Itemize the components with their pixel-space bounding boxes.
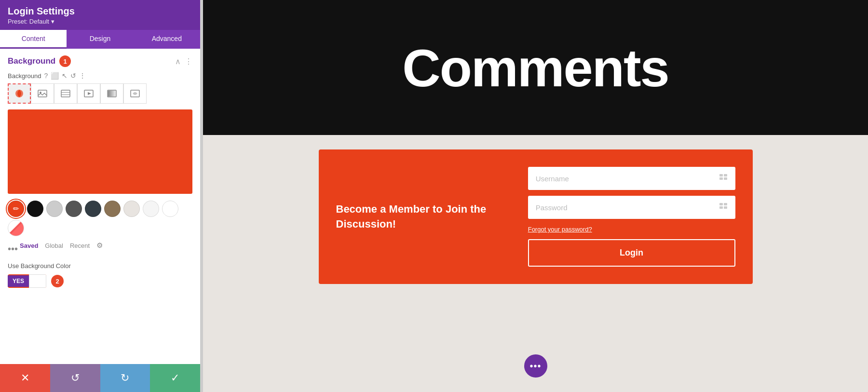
panel-header: Login Settings Preset: Default ▾ [0,0,200,30]
color-preview-box[interactable] [8,109,192,194]
toggle-box [29,274,46,288]
subsection-label-row: Background ? ⬜ ↖ ↺ ⋮ [8,72,192,80]
section-header: Background 1 ∧ ⋮ [8,55,192,67]
swatch-offwhite[interactable] [123,201,140,217]
left-panel: Login Settings Preset: Default ▾ Content… [0,0,200,392]
svg-marker-7 [88,92,91,95]
svg-rect-15 [719,203,723,205]
toggle-yes-label: YES [8,275,29,287]
section-menu-icon[interactable]: ⋮ [185,57,192,66]
redo-icon: ↻ [121,372,129,384]
use-bg-color-row: Use Background Color [8,262,192,270]
login-right: Username Password Forgot your password? [528,167,735,267]
bg-type-color-btn[interactable] [8,83,31,104]
comments-title: Comments [402,37,668,98]
bg-type-video-btn[interactable] [77,83,100,104]
swatch-strikethrough[interactable] [8,220,24,236]
redo-button[interactable]: ↻ [100,364,150,392]
username-icon [719,174,728,183]
panel-body: Background 1 ∧ ⋮ Background ? ⬜ ↖ ↺ ⋮ [0,49,200,364]
save-icon: ✓ [171,372,179,384]
svg-rect-3 [61,90,70,97]
color-picker-swatch[interactable]: ✏ [8,201,24,217]
bg-type-image-btn[interactable] [31,83,54,104]
collapse-icon[interactable]: ∧ [175,57,181,66]
comments-header: Comments [203,0,868,135]
swatch-darkgray[interactable] [66,201,82,217]
saved-tab-recent[interactable]: Recent [70,242,90,249]
swatch-darkblue[interactable] [85,201,101,217]
save-button[interactable]: ✓ [150,364,200,392]
bg-type-pattern-btn[interactable] [54,83,77,104]
swatch-nearwhite[interactable] [143,201,159,217]
use-bg-label: Use Background Color [8,262,71,270]
saved-settings-icon[interactable]: ⚙ [96,241,103,250]
saved-row: ••• Saved Global Recent ⚙ [8,241,192,257]
svg-rect-11 [719,174,723,176]
login-card: Become a Member to Join the Discussion! … [319,149,753,284]
device-icon[interactable]: ⬜ [51,72,59,80]
svg-rect-13 [719,177,723,180]
forgot-password-link[interactable]: Forgot your password? [528,226,592,233]
tab-design[interactable]: Design [67,30,133,49]
username-placeholder: Username [536,175,569,183]
forgot-password-row: Forgot your password? [528,225,735,233]
subsection-label: Background [8,72,41,80]
panel-tabs: Content Design Advanced [0,30,200,49]
svg-rect-17 [719,206,723,209]
tab-advanced[interactable]: Advanced [134,30,200,49]
svg-rect-1 [38,90,47,97]
cancel-icon: ✕ [21,372,29,384]
bg-type-buttons [8,83,192,104]
swatch-lightgray[interactable] [46,201,63,217]
use-bg-toggle[interactable]: YES [8,274,46,288]
saved-tab-saved[interactable]: Saved [20,242,38,249]
panel-footer: ✕ ↺ ↻ ✓ [0,364,200,392]
svg-rect-18 [724,206,727,209]
right-area: Comments Become a Member to Join the Dis… [203,0,868,392]
undo-icon: ↺ [71,372,80,384]
section-title: Background [8,56,55,66]
bg-type-gradient-btn[interactable] [100,83,123,104]
bg-type-row [8,83,192,104]
svg-rect-12 [724,174,727,176]
help-icon[interactable]: ? [44,72,48,80]
username-field[interactable]: Username [528,167,735,190]
section-badge: 1 [59,55,71,67]
swatch-brown[interactable] [104,201,121,217]
tab-content[interactable]: Content [0,30,67,49]
saved-tab-global[interactable]: Global [45,242,63,249]
section-badge-2: 2 [51,275,64,287]
undo-small-icon[interactable]: ↺ [70,72,76,80]
toggle-row: YES 2 [8,274,192,288]
password-placeholder: Password [536,203,568,212]
cancel-button[interactable]: ✕ [0,364,50,392]
cursor-icon[interactable]: ↖ [62,72,68,80]
more-dots[interactable]: ••• [8,243,18,255]
svg-rect-14 [724,177,727,180]
section-title-row: Background 1 [8,55,71,67]
svg-rect-16 [724,203,727,205]
saved-tabs: Saved Global Recent ⚙ [20,241,103,250]
login-section: Become a Member to Join the Discussion! … [203,135,868,392]
password-icon [719,203,728,212]
bg-type-mask-btn[interactable] [123,83,147,104]
svg-rect-9 [108,91,116,96]
login-tagline: Become a Member to Join the Discussion! [336,202,509,232]
login-button[interactable]: Login [528,239,735,267]
panel-preset[interactable]: Preset: Default ▾ [8,18,192,25]
swatch-black[interactable] [27,201,43,217]
panel-title: Login Settings [8,6,192,17]
section-actions: ∧ ⋮ [175,57,192,66]
password-field[interactable]: Password [528,196,735,219]
color-swatches: ✏ [8,201,192,236]
login-left: Become a Member to Join the Discussion! [336,202,509,232]
options-icon[interactable]: ⋮ [79,72,86,80]
undo-button[interactable]: ↺ [50,364,100,392]
swatch-white[interactable] [162,201,178,217]
floating-dots-button[interactable]: ••• [524,354,547,378]
